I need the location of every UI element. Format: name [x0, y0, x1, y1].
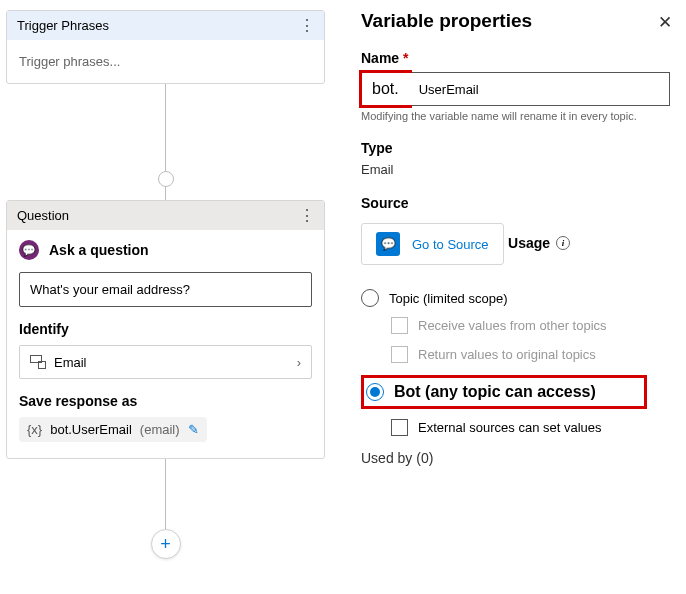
external-sources-checkbox[interactable]: External sources can set values [391, 419, 670, 436]
radio-icon [361, 289, 379, 307]
source-label: Source [361, 195, 670, 211]
type-label: Type [361, 140, 670, 156]
chevron-right-icon: › [297, 355, 301, 370]
panel-title: Variable properties [361, 10, 670, 32]
name-input[interactable] [409, 73, 669, 105]
checkbox-icon [391, 317, 408, 334]
connector [165, 186, 166, 200]
question-input[interactable]: What's your email address? [19, 272, 312, 307]
more-icon[interactable]: ⋮ [299, 206, 314, 225]
trigger-title: Trigger Phrases [17, 18, 109, 33]
identify-value: Email [54, 355, 87, 370]
entity-icon [30, 354, 46, 370]
used-by-label: Used by (0) [361, 450, 670, 466]
name-prefix: bot. [359, 70, 412, 108]
go-to-source-button[interactable]: 💬 Go to Source [361, 223, 504, 265]
question-title: Question [17, 208, 69, 223]
source-text: Go to Source [412, 237, 489, 252]
connector: + [165, 459, 166, 559]
checkbox-icon [391, 419, 408, 436]
receive-values-checkbox: Receive values from other topics [391, 317, 670, 334]
identify-select[interactable]: Email › [19, 345, 312, 379]
name-field: bot. [361, 72, 670, 106]
more-icon[interactable]: ⋮ [299, 16, 314, 35]
connector [165, 98, 166, 186]
variable-chip[interactable]: {x} bot.UserEmail (email) ✎ [19, 417, 207, 442]
connector-circle [158, 171, 174, 187]
variable-name: bot.UserEmail [50, 422, 132, 437]
question-node: Question ⋮ 💬 Ask a question What's your … [6, 200, 325, 459]
ask-label: Ask a question [49, 242, 149, 258]
source-icon: 💬 [376, 232, 400, 256]
info-icon[interactable]: i [556, 236, 570, 250]
save-label: Save response as [19, 393, 312, 409]
chat-icon: 💬 [19, 240, 39, 260]
question-body: 💬 Ask a question What's your email addre… [7, 230, 324, 458]
trigger-node: Trigger Phrases ⋮ Trigger phrases... [6, 10, 325, 84]
type-value: Email [361, 162, 670, 177]
close-icon[interactable]: ✕ [658, 12, 672, 33]
checkbox-icon [391, 346, 408, 363]
trigger-placeholder[interactable]: Trigger phrases... [7, 40, 324, 83]
identify-label: Identify [19, 321, 312, 337]
usage-label: Usage i [508, 235, 570, 251]
required-asterisk: * [403, 50, 408, 66]
edit-icon[interactable]: ✎ [188, 422, 199, 437]
trigger-header: Trigger Phrases ⋮ [7, 11, 324, 40]
properties-panel: ✕ Variable properties Name * bot. Modify… [343, 0, 686, 594]
return-values-checkbox: Return values to original topics [391, 346, 670, 363]
authoring-canvas: Trigger Phrases ⋮ Trigger phrases... Que… [0, 0, 343, 594]
usage-topic-radio[interactable]: Topic (limited scope) [361, 289, 670, 307]
variable-type: (email) [140, 422, 180, 437]
name-hint: Modifying the variable name will rename … [361, 110, 670, 122]
connector [165, 84, 166, 98]
add-node-button[interactable]: + [151, 529, 181, 559]
question-header: Question ⋮ [7, 201, 324, 230]
radio-icon [366, 383, 384, 401]
name-label: Name * [361, 50, 670, 66]
variable-icon: {x} [27, 422, 42, 437]
usage-bot-radio[interactable]: Bot (any topic can access) [361, 375, 647, 409]
ask-row: 💬 Ask a question [19, 240, 312, 260]
